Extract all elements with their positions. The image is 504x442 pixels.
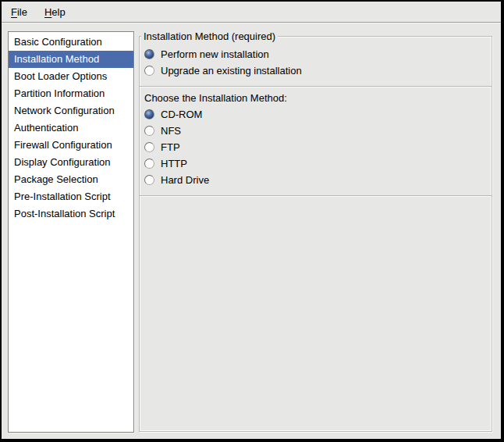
radio-http[interactable]: HTTP — [140, 155, 492, 172]
menu-item-file[interactable]: File — [5, 4, 34, 20]
radio-perform-new-installation[interactable]: Perform new installation — [140, 46, 492, 62]
radio-cdrom[interactable]: CD-ROM — [140, 106, 492, 123]
sidebar-item-boot-loader-options[interactable]: Boot Loader Options — [9, 68, 133, 85]
radio-button-icon[interactable] — [144, 109, 154, 119]
sidebar-item-firewall-configuration[interactable]: Firewall Configuration — [9, 137, 133, 154]
radio-button-icon[interactable] — [144, 49, 154, 59]
radio-label: NFS — [161, 125, 181, 137]
menu-help-mnemonic: H — [44, 6, 51, 18]
menu-bar: File Help — [2, 2, 501, 23]
radio-button-icon[interactable] — [144, 66, 154, 76]
separator — [140, 195, 492, 197]
radio-label: HTTP — [161, 158, 187, 169]
sidebar-item-display-configuration[interactable]: Display Configuration — [9, 154, 133, 171]
sidebar-item-partition-information[interactable]: Partition Information — [9, 85, 133, 102]
sidebar-item-installation-method[interactable]: Installation Method — [9, 51, 133, 68]
separator — [140, 86, 492, 87]
menu-file-mnemonic: F — [11, 6, 17, 18]
frame-body: Perform new installation Upgrade an exis… — [140, 37, 492, 197]
radio-upgrade-existing-installation[interactable]: Upgrade an existing installation — [140, 62, 492, 79]
sidebar-item-package-selection[interactable]: Package Selection — [9, 171, 133, 188]
sidebar-item-basic-configuration[interactable]: Basic Configuration — [9, 34, 133, 51]
radio-button-icon[interactable] — [144, 126, 154, 136]
radio-label: CD-ROM — [161, 109, 202, 120]
radio-button-icon[interactable] — [144, 159, 154, 169]
sidebar-item-post-installation-script[interactable]: Post-Installation Script — [9, 205, 133, 223]
method-section-label: Choose the Installation Method: — [140, 91, 492, 106]
installation-method-frame: Installation Method (required) Perform n… — [139, 36, 492, 432]
menu-file-label: ile — [17, 6, 27, 18]
radio-label: Upgrade an existing installation — [161, 65, 302, 77]
radio-label: FTP — [161, 141, 180, 153]
kickstart-configurator-window: File Help Basic Configuration Installati… — [0, 0, 504, 442]
sidebar-section-list: Basic Configuration Installation Method … — [8, 31, 134, 433]
sidebar-item-authentication[interactable]: Authentication — [9, 119, 133, 137]
frame-title: Installation Method (required) — [141, 30, 278, 43]
sidebar-item-pre-installation-script[interactable]: Pre-Installation Script — [9, 188, 133, 205]
radio-nfs[interactable]: NFS — [140, 123, 492, 139]
sidebar-item-network-configuration[interactable]: Network Configuration — [9, 102, 133, 119]
menu-help-label: elp — [51, 6, 65, 18]
radio-label: Hard Drive — [161, 174, 209, 186]
radio-button-icon[interactable] — [144, 175, 154, 185]
radio-ftp[interactable]: FTP — [140, 139, 492, 155]
radio-hard-drive[interactable]: Hard Drive — [140, 172, 492, 188]
radio-button-icon[interactable] — [144, 142, 154, 152]
content-area: Basic Configuration Installation Method … — [2, 24, 501, 439]
menu-item-help[interactable]: Help — [38, 4, 72, 20]
radio-label: Perform new installation — [161, 48, 269, 60]
